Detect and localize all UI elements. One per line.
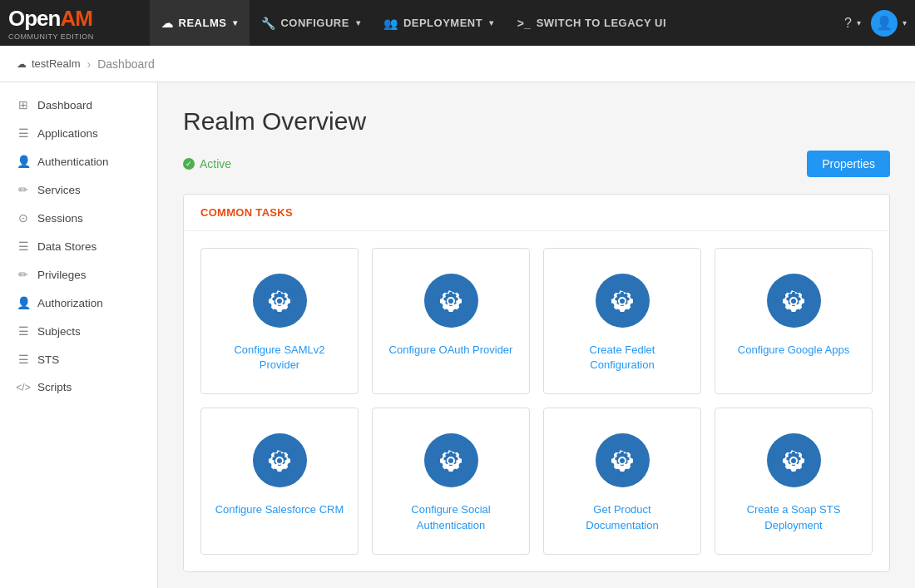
task-label-product-docs: Get Product Documentation (556, 502, 688, 532)
sts-icon: ☰ (16, 353, 31, 366)
main-content: Realm Overview ✓ Active Properties Commo… (158, 82, 915, 588)
sidebar: ⊞ Dashboard ☰ Applications 👤 Authenticat… (0, 82, 158, 588)
status-badge: ✓ Active (183, 157, 231, 170)
authentication-icon: 👤 (16, 155, 31, 168)
nav-deployment[interactable]: 👥 DEPLOYMENT ▾ (372, 0, 505, 46)
help-menu[interactable]: ? ▾ (838, 0, 868, 46)
task-icon-soap-sts (767, 433, 821, 487)
sidebar-item-applications[interactable]: ☰ Applications (0, 119, 157, 147)
status-dot-icon: ✓ (183, 158, 195, 170)
sidebar-item-dashboard[interactable]: ⊞ Dashboard (0, 91, 157, 119)
sidebar-item-data-stores[interactable]: ☰ Data Stores (0, 232, 157, 260)
sidebar-label-sts: STS (37, 353, 59, 366)
sidebar-label-applications: Applications (37, 127, 98, 140)
sidebar-item-authentication[interactable]: 👤 Authentication (0, 147, 157, 175)
task-label-fedlet: Create Fedlet Configuration (556, 343, 688, 373)
breadcrumb-separator: › (87, 57, 92, 71)
logo-am-text: AM (60, 6, 92, 31)
chevron-down-icon: ▾ (233, 18, 238, 27)
task-icon-social-auth (424, 433, 478, 487)
nav-deployment-label: DEPLOYMENT (403, 17, 482, 29)
task-icon-salesforce (253, 433, 307, 487)
sidebar-label-subjects: Subjects (37, 325, 81, 338)
user-icon: 👤 (876, 15, 893, 31)
task-get-product-docs[interactable]: Get Product Documentation (543, 408, 701, 554)
sidebar-item-services[interactable]: ✏ Services (0, 175, 157, 204)
sessions-icon: ⊙ (16, 211, 31, 225)
sidebar-label-authorization: Authorization (37, 297, 103, 309)
task-icon-fedlet (596, 274, 650, 328)
privileges-icon: ✏ (16, 268, 31, 281)
task-label-salesforce: Configure Salesforce CRM (215, 502, 344, 517)
sidebar-item-sts[interactable]: ☰ STS (0, 345, 157, 373)
task-configure-social-auth[interactable]: Configure Social Authentication (372, 408, 530, 554)
sidebar-item-sessions[interactable]: ⊙ Sessions (0, 204, 157, 232)
data-stores-icon: ☰ (16, 240, 31, 253)
breadcrumb-cloud-icon: ☁ (17, 58, 27, 70)
task-label-soap-sts: Create a Soap STS Deployment (728, 502, 859, 532)
logo-edition-text: COMMUNITY EDITION (8, 33, 94, 41)
task-icon-google (767, 274, 821, 328)
services-icon: ✏ (16, 183, 31, 196)
logo[interactable]: OpenAM COMMUNITY EDITION (8, 6, 141, 41)
sidebar-item-subjects[interactable]: ☰ Subjects (0, 317, 157, 345)
question-mark-icon: ? (844, 16, 852, 31)
status-row: ✓ Active Properties (183, 151, 890, 177)
status-text: Active (200, 157, 231, 170)
scripts-icon: </> (16, 382, 31, 393)
dashboard-icon: ⊞ (16, 98, 31, 111)
task-label-samlv2: Configure SAMLv2 Provider (214, 343, 345, 373)
user-avatar[interactable]: 👤 (871, 10, 898, 37)
task-configure-google[interactable]: Configure Google Apps (715, 248, 873, 394)
task-icon-product-docs (596, 433, 650, 487)
task-configure-oauth[interactable]: Configure OAuth Provider (372, 248, 530, 394)
sidebar-label-services: Services (37, 184, 81, 196)
breadcrumb-realm[interactable]: ☁ testRealm (17, 57, 81, 70)
nav-realms[interactable]: ☁ REALMS ▾ (150, 0, 250, 46)
common-tasks-card: Common Tasks Configure SAMLv2 Provider (183, 194, 890, 572)
nav-legacy-label: SWITCH TO LEGACY UI (537, 17, 666, 29)
task-configure-samlv2[interactable]: Configure SAMLv2 Provider (200, 248, 359, 394)
logo-open-text: Open (8, 6, 60, 31)
applications-icon: ☰ (16, 126, 31, 140)
sidebar-label-privileges: Privileges (37, 269, 87, 281)
user-chevron-icon[interactable]: ▾ (903, 18, 907, 27)
breadcrumb-realm-label: testRealm (32, 57, 81, 70)
nav-configure[interactable]: 🔧 CONFIGURE ▾ (250, 0, 373, 46)
task-icon-samlv2 (253, 274, 307, 328)
task-configure-salesforce[interactable]: Configure Salesforce CRM (200, 408, 359, 554)
task-create-fedlet[interactable]: Create Fedlet Configuration (543, 248, 701, 394)
page-title: Realm Overview (183, 107, 890, 136)
sidebar-item-privileges[interactable]: ✏ Privileges (0, 260, 157, 289)
sidebar-item-scripts[interactable]: </> Scripts (0, 373, 157, 401)
sidebar-label-authentication: Authentication (37, 156, 109, 168)
help-chevron-icon: ▾ (857, 18, 861, 27)
sidebar-label-scripts: Scripts (37, 381, 72, 393)
task-create-soap-sts[interactable]: Create a Soap STS Deployment (715, 408, 873, 554)
deployment-icon: 👥 (383, 17, 398, 30)
main-layout: ⊞ Dashboard ☰ Applications 👤 Authenticat… (0, 82, 915, 588)
authorization-icon: 👤 (16, 296, 31, 309)
task-icon-oauth (424, 274, 478, 328)
subjects-icon: ☰ (16, 324, 31, 338)
task-label-oauth: Configure OAuth Provider (389, 343, 513, 358)
breadcrumb: ☁ testRealm › Dashboard (0, 46, 915, 82)
sidebar-item-authorization[interactable]: 👤 Authorization (0, 289, 157, 317)
common-tasks-header: Common Tasks (184, 195, 889, 231)
sidebar-label-data-stores: Data Stores (37, 240, 96, 253)
chevron-down-icon-3: ▾ (489, 18, 494, 27)
nav-configure-label: CONFIGURE (280, 17, 349, 29)
terminal-icon: >_ (517, 17, 532, 30)
task-label-social-auth: Configure Social Authentication (385, 502, 517, 532)
task-label-google: Configure Google Apps (738, 343, 849, 358)
top-navigation: OpenAM COMMUNITY EDITION ☁ REALMS ▾ 🔧 CO… (0, 0, 915, 46)
nav-legacy-ui[interactable]: >_ SWITCH TO LEGACY UI (506, 0, 678, 46)
cloud-icon: ☁ (161, 17, 174, 30)
sidebar-label-dashboard: Dashboard (37, 99, 92, 111)
tasks-grid: Configure SAMLv2 Provider Configure OAut… (184, 231, 889, 571)
breadcrumb-current-page: Dashboard (97, 57, 155, 71)
chevron-down-icon-2: ▾ (356, 18, 361, 27)
nav-realms-label: REALMS (179, 17, 227, 29)
wrench-icon: 🔧 (261, 17, 276, 30)
properties-button[interactable]: Properties (807, 151, 890, 177)
